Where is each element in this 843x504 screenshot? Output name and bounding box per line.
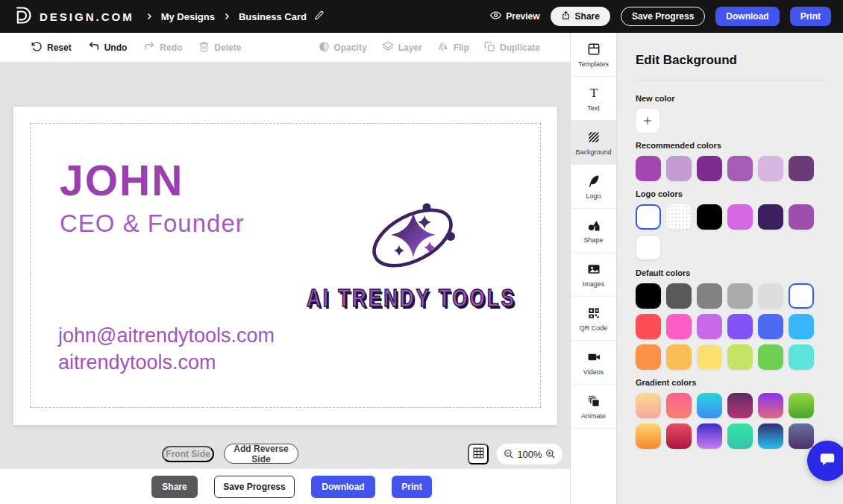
rename-pencil-icon[interactable] bbox=[314, 10, 324, 23]
color-swatch[interactable] bbox=[727, 314, 753, 339]
svg-text:T: T bbox=[589, 86, 597, 100]
sidebar-item-images[interactable]: Images bbox=[571, 253, 616, 297]
swatch-grid bbox=[636, 283, 825, 370]
color-swatch[interactable] bbox=[636, 204, 661, 230]
grid-view-button[interactable] bbox=[468, 444, 489, 464]
color-swatch[interactable] bbox=[758, 156, 783, 181]
duplicate-button[interactable]: Duplicate bbox=[484, 41, 540, 54]
color-swatch[interactable] bbox=[697, 156, 722, 181]
redo-button[interactable]: Redo bbox=[143, 40, 182, 54]
color-swatch[interactable] bbox=[789, 156, 814, 181]
print-button-bottom[interactable]: Print bbox=[392, 476, 432, 498]
zoom-in-icon[interactable] bbox=[545, 449, 556, 459]
share-button-bottom[interactable]: Share bbox=[151, 476, 198, 498]
save-progress-button-bottom[interactable]: Save Progress bbox=[214, 476, 295, 498]
color-swatch[interactable] bbox=[789, 393, 814, 418]
undo-icon bbox=[88, 40, 100, 54]
sidebar-item-qr-code[interactable]: QR Code bbox=[571, 297, 616, 341]
card-website-text[interactable]: aitrendytools.com bbox=[58, 351, 216, 374]
add-color-button[interactable] bbox=[636, 109, 659, 133]
card-name-text[interactable]: JOHN bbox=[60, 156, 184, 205]
breadcrumb-my-designs[interactable]: My Designs bbox=[161, 11, 215, 22]
color-swatch[interactable] bbox=[758, 314, 783, 339]
add-reverse-side-button[interactable]: Add Reverse Side bbox=[224, 444, 298, 464]
color-swatch[interactable] bbox=[636, 423, 661, 449]
color-swatch[interactable] bbox=[636, 235, 661, 260]
color-swatch[interactable] bbox=[697, 314, 722, 339]
color-swatch[interactable] bbox=[697, 393, 722, 418]
panel-title: Edit Background bbox=[636, 53, 825, 68]
color-swatch[interactable] bbox=[697, 344, 722, 370]
download-button-bottom[interactable]: Download bbox=[311, 476, 375, 498]
videos-icon bbox=[586, 350, 601, 365]
color-swatch[interactable] bbox=[789, 423, 814, 449]
color-swatch[interactable] bbox=[666, 283, 692, 309]
reset-button[interactable]: Reset bbox=[31, 41, 72, 54]
chat-widget-button[interactable] bbox=[807, 441, 843, 481]
flip-button[interactable]: Flip bbox=[437, 40, 469, 54]
divider bbox=[636, 80, 825, 81]
sidebar-item-shape[interactable]: Shape bbox=[571, 209, 616, 253]
new-color-label: New color bbox=[636, 94, 825, 103]
chat-bubble-icon bbox=[818, 450, 837, 472]
sidebar-item-videos[interactable]: Videos bbox=[571, 341, 616, 385]
color-swatch[interactable] bbox=[758, 344, 783, 370]
color-swatch[interactable] bbox=[727, 204, 753, 230]
sidebar-item-templates[interactable]: Templates bbox=[571, 33, 616, 77]
delete-button[interactable]: Delete bbox=[198, 41, 241, 54]
color-swatch[interactable] bbox=[666, 314, 692, 339]
color-swatch[interactable] bbox=[727, 283, 753, 309]
color-swatch[interactable] bbox=[666, 344, 692, 370]
color-swatch[interactable] bbox=[727, 156, 753, 181]
share-button[interactable]: Share bbox=[551, 7, 610, 26]
preview-button[interactable]: Preview bbox=[490, 10, 539, 23]
sidebar-item-logo[interactable]: Logo bbox=[571, 165, 616, 209]
sidebar-item-label: Animate bbox=[581, 412, 606, 420]
undo-button[interactable]: Undo bbox=[88, 40, 128, 54]
zoom-out-icon[interactable] bbox=[504, 449, 514, 459]
color-swatch[interactable] bbox=[727, 393, 753, 418]
color-swatch[interactable] bbox=[697, 423, 722, 449]
color-swatch[interactable] bbox=[727, 423, 753, 449]
color-swatch[interactable] bbox=[789, 283, 814, 309]
sidebar-item-text[interactable]: TText bbox=[571, 77, 616, 121]
sidebar-item-animate[interactable]: Animate bbox=[571, 385, 616, 429]
color-swatch[interactable] bbox=[758, 204, 783, 230]
color-swatch[interactable] bbox=[789, 204, 814, 230]
color-swatch[interactable] bbox=[666, 423, 692, 449]
card-brand-text[interactable]: AI TRENDY TOOLS bbox=[307, 284, 516, 313]
brand[interactable]: DESIGN.COM bbox=[13, 6, 134, 28]
color-swatch[interactable] bbox=[636, 283, 661, 309]
top-header: DESIGN.COM My Designs Business Card Prev… bbox=[0, 0, 843, 33]
color-swatch[interactable] bbox=[666, 156, 692, 181]
opacity-button[interactable]: Opacity bbox=[319, 41, 367, 54]
save-progress-button[interactable]: Save Progress bbox=[621, 7, 705, 26]
reset-icon bbox=[31, 41, 43, 54]
front-side-button[interactable]: Front Side bbox=[162, 446, 214, 462]
color-swatch[interactable] bbox=[789, 344, 814, 370]
color-swatch[interactable] bbox=[789, 314, 814, 339]
color-section-label: Default colors bbox=[636, 268, 825, 277]
sparkle-orbit-logo[interactable] bbox=[366, 201, 464, 281]
print-button[interactable]: Print bbox=[790, 7, 831, 26]
background-icon bbox=[586, 130, 601, 145]
layer-button[interactable]: Layer bbox=[382, 40, 422, 54]
color-swatch[interactable] bbox=[636, 344, 661, 370]
business-card-canvas[interactable]: JOHN CEO & Founder bbox=[13, 107, 557, 425]
color-swatch[interactable] bbox=[697, 283, 722, 309]
color-swatch[interactable] bbox=[758, 393, 783, 418]
color-swatch[interactable] bbox=[636, 156, 661, 181]
color-swatch[interactable] bbox=[666, 393, 692, 418]
color-swatch[interactable] bbox=[697, 204, 722, 230]
color-swatch[interactable] bbox=[636, 314, 661, 339]
color-swatch[interactable] bbox=[758, 423, 783, 449]
swatch-grid bbox=[636, 393, 825, 449]
card-role-text[interactable]: CEO & Founder bbox=[60, 210, 245, 238]
card-email-text[interactable]: john@aitrendytools.com bbox=[58, 324, 275, 347]
sidebar-item-background[interactable]: Background bbox=[571, 121, 616, 165]
color-swatch[interactable] bbox=[636, 393, 661, 418]
color-swatch[interactable] bbox=[666, 204, 692, 230]
color-swatch[interactable] bbox=[727, 344, 753, 370]
color-swatch[interactable] bbox=[758, 283, 783, 309]
download-button[interactable]: Download bbox=[715, 7, 779, 26]
